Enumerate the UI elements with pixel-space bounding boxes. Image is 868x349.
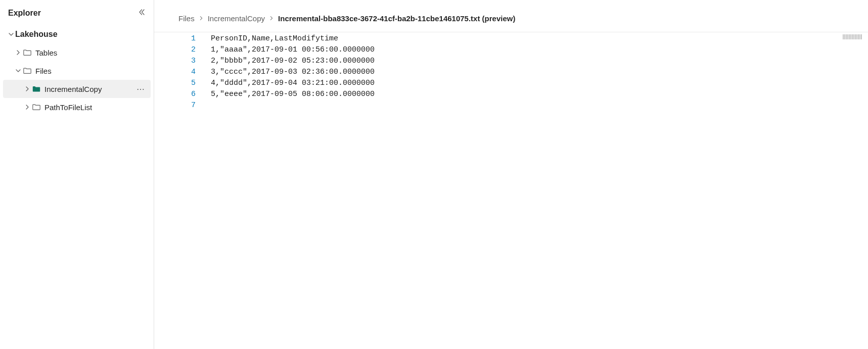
code-line: 2,"bbbb",2017-09-02 05:23:00.0000000	[211, 56, 375, 67]
code-line: 4,"dddd",2017-09-04 03:21:00.0000000	[211, 78, 375, 89]
breadcrumb: Files IncrementalCopy Incremental-bba833…	[154, 9, 868, 32]
collapse-sidebar-icon[interactable]	[138, 8, 146, 18]
tree-item-label: Tables	[35, 48, 147, 57]
tree-root-label: Lakehouse	[15, 30, 147, 39]
explorer-sidebar: Explorer Lakehouse Tables	[0, 0, 154, 349]
file-content[interactable]: PersonID,Name,LastModifytime1,"aaaa",201…	[199, 33, 375, 111]
folder-icon	[31, 103, 41, 112]
explorer-tree: Lakehouse Tables Files	[0, 25, 154, 116]
file-preview-editor: 1234567 PersonID,Name,LastModifytime1,"a…	[154, 32, 868, 349]
folder-solid-icon	[31, 84, 41, 93]
code-line: 1,"aaaa",2017-09-01 00:56:00.0000000	[211, 44, 375, 56]
tree-item-files[interactable]: Files	[3, 62, 151, 80]
chevron-right-icon	[199, 15, 204, 22]
chevron-right-icon[interactable]	[23, 104, 31, 110]
chevron-down-icon[interactable]	[14, 68, 22, 74]
main-content: Files IncrementalCopy Incremental-bba833…	[154, 0, 868, 349]
tree-item-pathtofilelist[interactable]: PathToFileList	[3, 98, 151, 116]
breadcrumb-files[interactable]: Files	[178, 14, 195, 23]
chevron-down-icon[interactable]	[7, 31, 15, 37]
tree-item-label: Files	[35, 67, 147, 75]
chevron-right-icon[interactable]	[14, 49, 22, 56]
sidebar-title: Explorer	[8, 9, 41, 18]
code-line	[211, 100, 375, 111]
line-number: 6	[174, 89, 196, 100]
folder-icon	[22, 66, 32, 75]
tree-root-lakehouse[interactable]: Lakehouse	[3, 25, 151, 43]
code-line: 3,"cccc",2017-09-03 02:36:00.0000000	[211, 67, 375, 78]
breadcrumb-incrementalcopy[interactable]: IncrementalCopy	[208, 14, 265, 23]
editor-minimap[interactable]	[843, 34, 862, 39]
tree-item-label: IncrementalCopy	[44, 85, 134, 93]
line-number: 7	[174, 100, 196, 111]
folder-icon	[22, 48, 32, 57]
line-number: 2	[174, 44, 196, 56]
chevron-right-icon	[269, 15, 274, 22]
code-line: PersonID,Name,LastModifytime	[211, 33, 375, 44]
tree-item-incrementalcopy[interactable]: IncrementalCopy ⋯	[3, 80, 151, 98]
line-number: 3	[174, 56, 196, 67]
tree-item-label: PathToFileList	[44, 103, 147, 112]
tree-item-tables[interactable]: Tables	[3, 43, 151, 62]
line-number: 5	[174, 78, 196, 89]
breadcrumb-current-file: Incremental-bba833ce-3672-41cf-ba2b-11cb…	[278, 14, 515, 23]
code-line: 5,"eeee",2017-09-05 08:06:00.0000000	[211, 89, 375, 100]
line-number-gutter: 1234567	[154, 33, 199, 111]
more-options-icon[interactable]: ⋯	[134, 84, 147, 94]
sidebar-header: Explorer	[0, 6, 154, 25]
chevron-right-icon[interactable]	[23, 86, 31, 92]
line-number: 1	[174, 33, 196, 44]
line-number: 4	[174, 67, 196, 78]
